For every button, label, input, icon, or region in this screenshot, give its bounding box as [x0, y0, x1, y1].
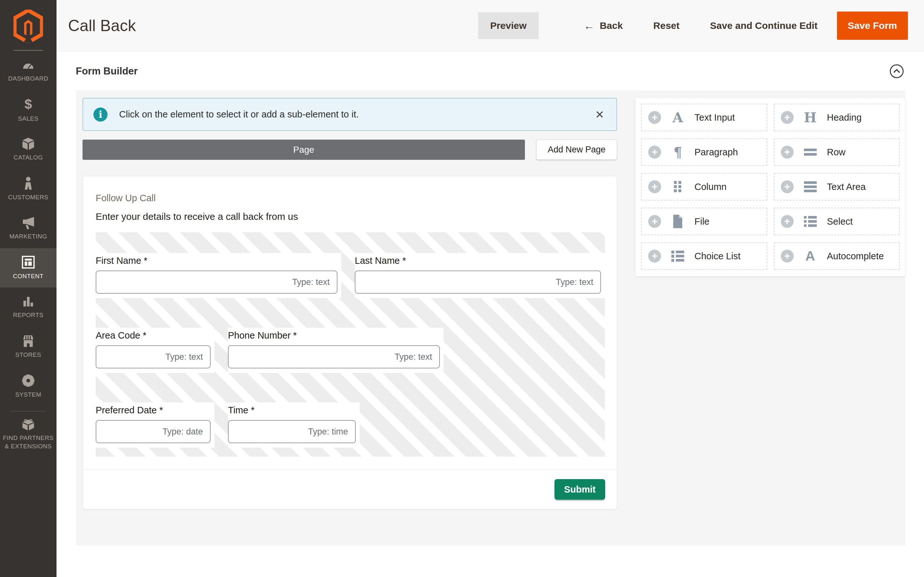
text-area-icon: [802, 181, 819, 192]
back-button[interactable]: ← Back: [584, 20, 623, 31]
palette-tile-autocomplete[interactable]: + A Autocomplete: [774, 242, 900, 270]
palette-tile-label: Autocomplete: [827, 251, 884, 261]
palette-tile-label: Heading: [827, 112, 862, 123]
palette-tile-text-area[interactable]: + Text Area: [774, 173, 900, 201]
info-icon: i: [94, 108, 108, 122]
customers-icon: [22, 177, 35, 190]
builder-column: i Click on the element to select it or a…: [82, 98, 617, 546]
field-last-name[interactable]: Last Name * Type: text: [355, 253, 605, 298]
field-label: Time *: [228, 405, 356, 416]
type-hint: Type: date: [163, 427, 203, 437]
time-input[interactable]: Type: time: [228, 420, 356, 443]
text-input-icon: A: [669, 110, 686, 126]
save-and-continue-button[interactable]: Save and Continue Edit: [710, 20, 818, 31]
form-row: Area Code * Type: text Phone Number * Ty…: [96, 307, 605, 382]
sidebar-item-label: CATALOG: [13, 153, 43, 162]
area-code-input[interactable]: Type: text: [96, 345, 211, 368]
palette-tile-label: Column: [695, 182, 727, 192]
save-form-button[interactable]: Save Form: [837, 11, 908, 40]
sidebar-item-stores[interactable]: STORES: [0, 327, 56, 366]
form-card-footer: Submit: [83, 469, 617, 509]
row-icon: [802, 148, 819, 156]
palette-tile-row[interactable]: + Row: [774, 138, 900, 166]
palette-tile-column[interactable]: + Column: [641, 173, 767, 201]
palette-tile-label: Row: [827, 147, 846, 158]
sidebar-item-system[interactable]: SYSTEM: [0, 366, 56, 406]
add-circle-icon: +: [781, 146, 793, 158]
sidebar-item-label: CUSTOMERS: [8, 193, 48, 201]
sidebar-item-content[interactable]: CONTENT: [0, 248, 56, 287]
form-dropzone: First Name * Type: text Last Name * Type…: [96, 232, 605, 457]
add-new-page-button[interactable]: Add New Page: [536, 140, 617, 160]
field-label: Phone Number *: [228, 330, 440, 341]
heading-icon: H: [802, 110, 819, 126]
add-circle-icon: +: [648, 215, 661, 228]
palette-tile-file[interactable]: + File: [641, 208, 767, 235]
sidebar-item-label: SALES: [18, 114, 39, 123]
sidebar-item-marketing[interactable]: MARKETING: [0, 209, 56, 248]
page-tab[interactable]: Page: [82, 140, 525, 160]
type-hint: Type: text: [556, 277, 593, 287]
svg-text:$: $: [24, 97, 32, 111]
first-name-input[interactable]: Type: text: [96, 271, 337, 293]
page-header: Call Back Preview ← Back Reset Save and …: [56, 0, 924, 52]
type-hint: Type: time: [308, 427, 348, 437]
sidebar-item-label: CONTENT: [13, 272, 44, 280]
field-area-code[interactable]: Area Code * Type: text: [96, 328, 214, 373]
sidebar-item-find-partners[interactable]: FIND PARTNERS & EXTENSIONS: [0, 417, 56, 452]
sales-icon: $: [22, 97, 35, 111]
palette-tile-choice-list[interactable]: + Choice List: [641, 242, 767, 270]
page-title: Call Back: [68, 16, 136, 35]
add-circle-icon: +: [648, 111, 661, 124]
preview-button[interactable]: Preview: [478, 12, 539, 39]
field-preferred-date[interactable]: Preferred Date * Type: date: [96, 403, 214, 448]
sidebar-item-label: SYSTEM: [15, 390, 41, 399]
file-icon: [669, 215, 686, 228]
field-label: Preferred Date *: [96, 405, 211, 416]
sidebar-item-dashboard[interactable]: DASHBOARD: [0, 51, 56, 90]
palette-tile-heading[interactable]: + H Heading: [774, 104, 900, 131]
preferred-date-input[interactable]: Type: date: [96, 420, 211, 443]
form-description[interactable]: Enter your details to receive a call bac…: [96, 211, 605, 222]
sidebar-item-customers[interactable]: CUSTOMERS: [0, 169, 56, 209]
palette-tile-label: Paragraph: [695, 147, 738, 158]
sidebar-item-sales[interactable]: $ SALES: [0, 90, 56, 130]
magento-logo[interactable]: [0, 0, 56, 51]
palette-tile-paragraph[interactable]: + ¶ Paragraph: [641, 138, 767, 166]
sidebar-divider: [10, 411, 46, 411]
panel-title: Form Builder: [76, 66, 138, 77]
palette-tile-label: Choice List: [695, 251, 740, 261]
add-circle-icon: +: [648, 181, 661, 193]
collapse-chevron-icon[interactable]: [889, 64, 904, 79]
main-content: Form Builder i Click on the element to s…: [56, 52, 924, 577]
palette-tile-select[interactable]: + Select: [774, 208, 900, 235]
form-preview-card: Follow Up Call Enter your details to rec…: [82, 176, 617, 509]
reset-button[interactable]: Reset: [653, 20, 680, 31]
add-circle-icon: +: [648, 250, 661, 263]
builder-workspace: i Click on the element to select it or a…: [76, 90, 905, 546]
last-name-input[interactable]: Type: text: [355, 271, 601, 293]
palette-tile-label: File: [695, 216, 710, 227]
form-row: First Name * Type: text Last Name * Type…: [96, 232, 605, 307]
marketing-icon: [21, 216, 35, 229]
submit-button[interactable]: Submit: [555, 479, 605, 500]
catalog-icon: [21, 137, 35, 150]
field-first-name[interactable]: First Name * Type: text: [96, 253, 341, 298]
add-circle-icon: +: [781, 111, 793, 124]
sidebar-item-label: FIND PARTNERS & EXTENSIONS: [2, 434, 54, 450]
close-icon[interactable]: ✕: [593, 106, 606, 123]
sidebar-item-label: MARKETING: [9, 232, 47, 241]
sidebar-item-reports[interactable]: REPORTS: [0, 287, 56, 327]
field-phone-number[interactable]: Phone Number * Type: text: [228, 328, 444, 373]
palette-tile-text-input[interactable]: + A Text Input: [641, 104, 767, 131]
choice-list-icon: [669, 250, 686, 262]
info-banner: i Click on the element to select it or a…: [82, 98, 617, 131]
field-time[interactable]: Time * Type: time: [228, 403, 360, 448]
column-icon: [669, 181, 686, 193]
form-builder-panel-header: Form Builder: [56, 52, 924, 90]
element-palette: + A Text Input + H Heading + ¶ Paragraph…: [635, 98, 905, 276]
page-tabs-row: Page Add New Page: [82, 140, 617, 160]
form-heading[interactable]: Follow Up Call: [96, 193, 605, 203]
sidebar-item-catalog[interactable]: CATALOG: [0, 130, 56, 169]
phone-number-input[interactable]: Type: text: [228, 345, 440, 368]
